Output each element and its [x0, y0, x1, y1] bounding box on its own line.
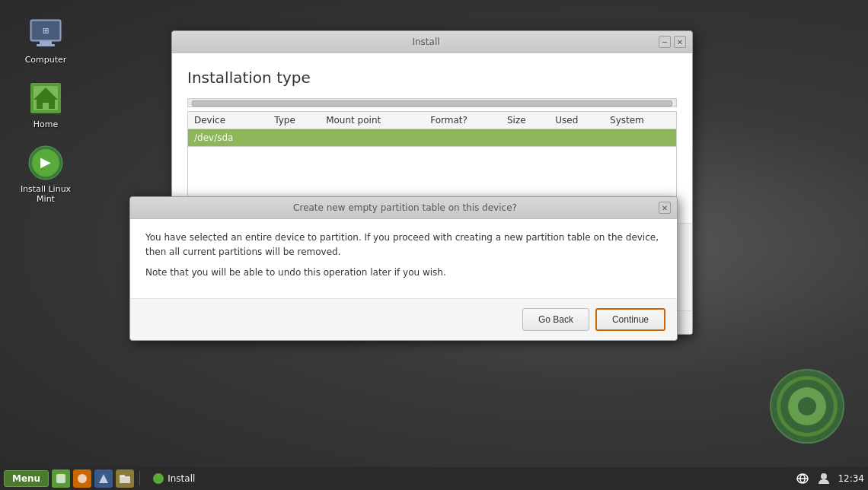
svg-rect-3 — [37, 44, 55, 46]
svg-text:⊞: ⊞ — [43, 27, 49, 35]
dialog-titlebar: Create new empty partition table on this… — [130, 197, 677, 219]
size-cell — [501, 129, 549, 147]
taskbar-icon-2[interactable] — [73, 469, 91, 488]
svg-point-15 — [798, 397, 816, 415]
desktop-icons: ⊞ Computer Home ▶ — [15, 15, 76, 204]
taskbar-separator — [139, 471, 140, 486]
device-cell: /dev/sda — [188, 129, 269, 147]
svg-rect-20 — [120, 475, 125, 477]
svg-marker-18 — [99, 474, 108, 483]
taskbar-icon-3[interactable] — [94, 469, 113, 488]
install-icon: ▶ — [27, 145, 64, 181]
partition-table: Device Type Mount point Format? Size Use… — [187, 111, 677, 147]
scrollbar-thumb — [192, 100, 672, 107]
svg-point-17 — [78, 474, 87, 483]
col-used: Used — [549, 112, 604, 129]
table-row[interactable]: /dev/sda — [188, 129, 677, 147]
computer-icon: ⊞ — [27, 15, 64, 52]
desktop: ⊞ Computer Home ▶ — [0, 0, 868, 490]
close-button[interactable]: ✕ — [674, 36, 686, 48]
col-format: Format? — [424, 112, 501, 129]
taskbar-time: 12:34 — [838, 473, 864, 484]
system-cell — [604, 129, 676, 147]
col-type: Type — [268, 112, 320, 129]
mount-cell — [320, 129, 424, 147]
taskbar-install-label: Install — [168, 473, 195, 484]
user-icon[interactable] — [816, 471, 831, 486]
svg-point-23 — [821, 473, 827, 479]
dialog-line2: Note that you will be able to undo this … — [145, 266, 662, 280]
taskbar-install-button[interactable]: Install — [145, 470, 202, 487]
install-window-titlebar: Install ─ ✕ — [172, 31, 692, 53]
desktop-icon-install[interactable]: ▶ Install Linux Mint — [15, 145, 76, 204]
install-window-controls: ─ ✕ — [659, 36, 686, 48]
partition-dialog: Create new empty partition table on this… — [129, 196, 678, 341]
computer-icon-label: Computer — [25, 55, 67, 65]
taskbar-menu-button[interactable]: Menu — [4, 470, 49, 487]
home-icon — [27, 80, 64, 116]
network-icon[interactable] — [795, 471, 810, 486]
format-cell — [424, 129, 501, 147]
svg-rect-2 — [40, 41, 52, 44]
svg-text:▶: ▶ — [40, 154, 51, 170]
install-linux-mint-label: Install Linux Mint — [15, 184, 76, 204]
dialog-line1: You have selected an entire device to pa… — [145, 231, 662, 259]
dialog-title: Create new empty partition table on this… — [152, 202, 659, 213]
svg-rect-19 — [120, 476, 130, 483]
desktop-icon-computer[interactable]: ⊞ Computer — [15, 15, 76, 65]
svg-rect-16 — [56, 474, 65, 483]
col-system: System — [604, 112, 676, 129]
dialog-close-button[interactable]: ✕ — [659, 202, 671, 214]
col-mount: Mount point — [320, 112, 424, 129]
taskbar: Menu Install 12:34 — [0, 467, 868, 490]
col-size: Size — [501, 112, 549, 129]
install-window-title: Install — [193, 37, 659, 47]
desktop-icon-home[interactable]: Home — [15, 80, 76, 129]
dialog-buttons: Go Back Continue — [130, 298, 677, 340]
taskbar-right: 12:34 — [795, 471, 864, 486]
go-back-button[interactable]: Go Back — [522, 308, 589, 331]
col-device: Device — [188, 112, 269, 129]
taskbar-icon-1[interactable] — [52, 469, 70, 488]
dialog-content: You have selected an entire device to pa… — [130, 219, 677, 298]
partition-scrollbar[interactable] — [187, 98, 677, 107]
minimize-button[interactable]: ─ — [659, 36, 671, 48]
continue-button[interactable]: Continue — [595, 308, 665, 331]
svg-point-21 — [153, 473, 164, 484]
type-cell — [268, 129, 320, 147]
mint-logo — [769, 368, 845, 444]
home-icon-label: Home — [34, 119, 58, 129]
used-cell — [549, 129, 604, 147]
page-title: Installation type — [187, 68, 677, 87]
taskbar-icon-4[interactable] — [116, 469, 134, 488]
